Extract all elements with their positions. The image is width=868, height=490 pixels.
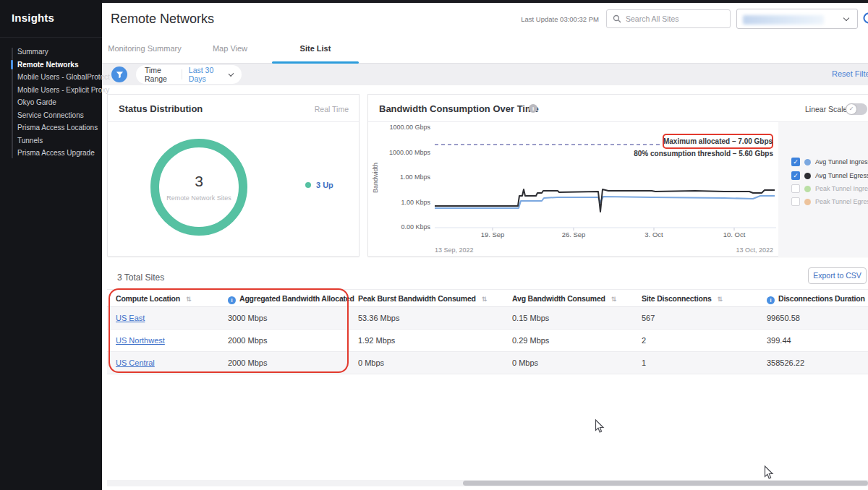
sidebar-item-prisma-access-upgrade[interactable]: Prisma Access Upgrade [17, 147, 101, 159]
tenant-selector-blurred-value [743, 15, 824, 25]
column-header-compute-location[interactable]: Compute Location⇅ [116, 290, 191, 308]
cell-disconnections-duration: 99650.58 [767, 307, 800, 330]
x-tick-2: 3. Oct [632, 231, 676, 238]
column-label: Avg Bandwidth Consumed [512, 294, 605, 303]
y-tick-1: 1000.00 Mbps [378, 149, 430, 156]
mouse-cursor [595, 419, 605, 434]
y-tick-4: 0.00 Kbps [378, 223, 430, 231]
cell-avg-bandwidth: 0 Mbps [512, 352, 538, 374]
column-header-avg-bandwidth[interactable]: Avg Bandwidth Consumed⇅ [512, 290, 616, 308]
sidebar-divider [0, 37, 102, 38]
chevron-down-icon [843, 15, 849, 21]
column-header-disconnections-duration[interactable]: iDisconnections Duration [767, 290, 865, 308]
toggle-knob: ✓ [846, 104, 856, 114]
legend-peak-tunnel-ingress[interactable]: Peak Tunnel Ingress [791, 184, 868, 193]
linear-scale-label: Linear Scale [805, 105, 847, 113]
status-legend-up[interactable]: 3 Up [305, 181, 333, 189]
chevron-down-icon [229, 71, 234, 77]
linear-scale-toggle[interactable]: ✓ [846, 103, 867, 115]
export-to-csv-button[interactable]: Export to CSV [808, 267, 867, 284]
cell-disconnections-duration: 358526.22 [767, 352, 804, 374]
funnel-icon [116, 71, 124, 79]
legend-avg-tunnel-egress[interactable]: ✓ Avg Tunnel Egress [791, 171, 868, 180]
sidebar-item-service-connections[interactable]: Service Connections [17, 109, 101, 121]
column-label: Aggregated Bandwidth Allocated [239, 294, 354, 303]
chart-range-end: 13 Oct, 2022 [701, 246, 773, 254]
sort-icon[interactable]: ⇅ [611, 296, 616, 303]
status-distribution-card: Status Distribution Real Time 3 Remote N… [107, 94, 359, 257]
cell-aggregated-bandwidth: 3000 Mbps [228, 307, 267, 330]
reset-filter-link[interactable]: Reset Filter [832, 69, 868, 78]
window-top-bar [0, 0, 868, 3]
info-icon[interactable]: i [767, 296, 775, 304]
site-link-us-east[interactable]: US East [116, 314, 145, 322]
search-input[interactable] [626, 14, 720, 23]
checkbox-unchecked-icon[interactable] [791, 197, 800, 206]
sidebar-title: Insights [12, 12, 54, 24]
y-axis-label: Bandwidth [372, 156, 379, 199]
legend-peak-tunnel-egress[interactable]: Peak Tunnel Egress [791, 197, 868, 206]
bandwidth-card-header: Bandwidth Consumption Over Time i Linear… [368, 95, 868, 122]
series-color-dot [804, 173, 811, 179]
series-color-dot [804, 199, 811, 205]
sort-icon[interactable]: ⇅ [718, 296, 723, 303]
tab-site-list[interactable]: Site List [272, 33, 359, 64]
horizontal-scrollbar-thumb[interactable] [463, 481, 868, 486]
cell-peak-burst: 1.92 Mbps [358, 330, 395, 352]
sort-icon[interactable]: ⇅ [186, 296, 191, 303]
donut-total-value: 3 [150, 173, 247, 190]
legend-avg-tunnel-ingress[interactable]: ✓ Avg Tunnel Ingress [791, 158, 868, 166]
search-icon [613, 14, 621, 23]
total-sites-count: 3 Total Sites [117, 272, 164, 283]
table-row-us-northwest: US Northwest 2000 Mbps 1.92 Mbps 0.29 Mb… [107, 330, 868, 352]
bandwidth-card-title: Bandwidth Consumption Over Time [379, 103, 539, 114]
sidebar-item-mobile-users-globalprotect[interactable]: Mobile Users - GlobalProtect [17, 71, 101, 83]
site-link-us-central[interactable]: US Central [116, 358, 155, 367]
checkbox-checked-icon[interactable]: ✓ [791, 171, 800, 180]
column-header-site-disconnections[interactable]: Site Disconnections⇅ [642, 290, 723, 308]
column-header-aggregated-bandwidth[interactable]: iAggregated Bandwidth Allocated [228, 290, 354, 308]
checkbox-checked-icon[interactable]: ✓ [791, 158, 800, 166]
pill-divider [182, 69, 182, 79]
sort-icon[interactable]: ⇅ [482, 296, 487, 303]
page-title: Remote Networks [111, 12, 214, 27]
info-icon[interactable]: i [529, 104, 537, 113]
mouse-cursor-secondary [764, 465, 774, 480]
refresh-icon[interactable] [861, 11, 868, 25]
cell-disconnections-duration: 399.44 [767, 330, 791, 352]
time-range-value[interactable]: Last 30 Days [189, 66, 221, 83]
up-status-label: 3 Up [316, 181, 333, 189]
sidebar-item-remote-networks[interactable]: Remote Networks [17, 59, 101, 71]
cell-avg-bandwidth: 0.29 Mbps [512, 330, 549, 352]
sidebar-item-tunnels[interactable]: Tunnels [17, 134, 101, 147]
info-icon[interactable]: i [228, 296, 236, 304]
checkbox-unchecked-icon[interactable] [791, 184, 800, 193]
cell-site-disconnections: 2 [642, 330, 646, 352]
sidebar: Insights Summary Remote Networks Mobile … [0, 0, 102, 490]
sidebar-item-prisma-access-locations[interactable]: Prisma Access Locations [17, 121, 101, 134]
tab-monitoring-summary[interactable]: Monitoring Summary [101, 33, 188, 64]
search-all-sites-box[interactable] [606, 9, 731, 28]
time-range-filter[interactable]: Time Range Last 30 Days [136, 65, 242, 84]
column-label: Disconnections Duration [778, 294, 865, 303]
status-card-header: Status Distribution Real Time [108, 95, 359, 122]
filter-funnel-button[interactable] [111, 66, 127, 82]
cell-aggregated-bandwidth: 2000 Mbps [228, 330, 267, 352]
column-label: Site Disconnections [642, 294, 712, 303]
sidebar-item-okyo-garde[interactable]: Okyo Garde [17, 96, 101, 108]
max-allocated-annotation-red-box: Maximum allocated – 7.00 Gbps [663, 134, 773, 149]
sidebar-item-mobile-users-explicit-proxy[interactable]: Mobile Users - Explicit Proxy [17, 84, 101, 96]
site-link-us-northwest[interactable]: US Northwest [116, 336, 165, 345]
column-label: Peak Burst Bandwidth Consumed [358, 294, 476, 303]
sidebar-active-indicator [11, 60, 13, 69]
cell-avg-bandwidth: 0.15 Mbps [512, 307, 549, 330]
consumption-threshold-label: 80% consumption threshold – 5.60 Gbps [585, 150, 773, 158]
real-time-badge: Real Time [315, 105, 349, 113]
tab-map-view[interactable]: Map View [187, 33, 273, 64]
chart-range-start: 13 Sep, 2022 [435, 246, 474, 254]
column-header-peak-burst[interactable]: Peak Burst Bandwidth Consumed⇅ [358, 290, 487, 308]
cell-site-disconnections: 567 [642, 307, 655, 330]
series-color-dot [804, 186, 811, 192]
sidebar-item-summary[interactable]: Summary [17, 46, 101, 58]
tenant-selector-dropdown[interactable] [736, 9, 858, 29]
